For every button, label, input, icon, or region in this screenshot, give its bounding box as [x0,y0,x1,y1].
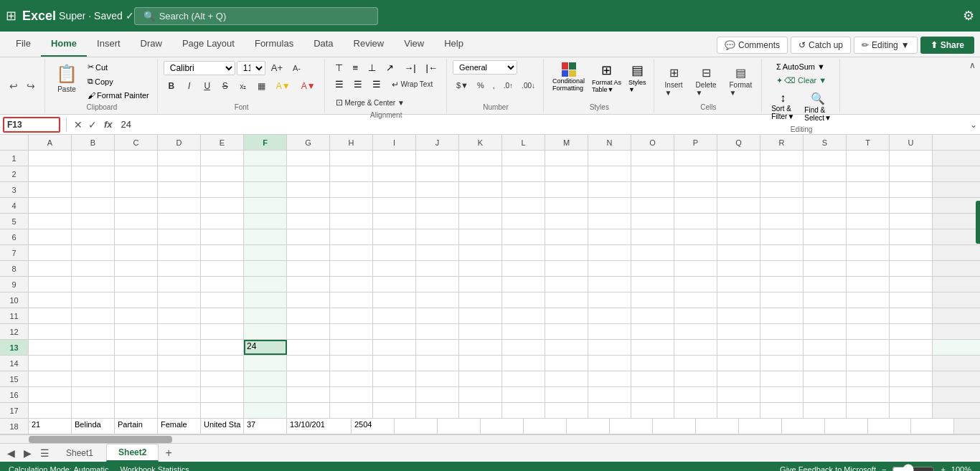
cell-c2[interactable] [115,166,158,181]
cell-a1[interactable] [29,151,72,166]
redo-button[interactable]: ↪ [23,78,39,94]
tab-draw[interactable]: Draw [131,32,172,57]
tab-insert[interactable]: Insert [87,32,131,57]
formula-confirm-button[interactable]: ✓ [87,118,98,132]
cell-b1[interactable] [72,151,115,166]
cell-e2[interactable] [201,166,244,181]
subscript-button[interactable]: x₂ [235,80,251,92]
sort-filter-button[interactable]: ↕ Sort &Filter▼ [768,90,798,124]
font-name-select[interactable]: Calibri Arial Times New Roman [164,61,235,75]
cell-k2[interactable] [459,166,502,181]
tab-nav-menu[interactable]: ☰ [36,444,54,462]
insert-button[interactable]: ⊞ Insert▼ [660,63,688,100]
format-painter-button[interactable]: 🖌 Format Painter [84,89,153,102]
delete-button[interactable]: ⊟ Delete▼ [691,63,722,100]
col-header-o[interactable]: O [631,135,674,150]
undo-button[interactable]: ↩ [6,78,22,94]
editing-button[interactable]: ✏ Editing ▼ [854,37,918,54]
sheet-tab-sheet1[interactable]: Sheet1 [54,444,105,461]
col-header-e[interactable]: E [201,135,244,150]
col-header-q[interactable]: Q [717,135,760,150]
row-num-11[interactable]: 11 [0,308,29,323]
bold-button[interactable]: B [164,79,179,93]
row-num-4[interactable]: 4 [0,198,29,213]
cell-f2[interactable] [244,166,287,181]
cell-f18[interactable]: 37 [244,419,287,434]
number-format-select[interactable]: General Number Currency Accounting Date … [453,60,517,75]
cell-a2[interactable] [29,166,72,181]
row-num-17[interactable]: 17 [0,403,29,418]
tab-formulas[interactable]: Formulas [245,32,303,57]
cell-i2[interactable] [373,166,416,181]
horiz-scroll-thumb[interactable] [29,436,172,443]
decrease-decimal-button[interactable]: .00↓ [518,80,539,92]
comments-button[interactable]: 💬 Comments [717,37,788,54]
conditional-formatting-button[interactable]: ConditionalFormatting [550,60,588,95]
cell-j1[interactable] [416,151,459,166]
cell-h1[interactable] [330,151,373,166]
cell-g2[interactable] [287,166,330,181]
app-grid-icon[interactable]: ⊞ [6,8,17,24]
cell-t2[interactable] [847,166,890,181]
col-header-a[interactable]: A [29,135,72,150]
cell-c1[interactable] [115,151,158,166]
comma-button[interactable]: , [489,79,499,92]
formula-cancel-button[interactable]: ✕ [72,118,84,132]
cell-d1[interactable] [158,151,201,166]
row-num-3[interactable]: 3 [0,182,29,197]
format-button[interactable]: ▤ Format▼ [725,63,758,100]
cell-h2[interactable] [330,166,373,181]
align-bottom-button[interactable]: ⊥ [364,60,380,75]
cell-q1[interactable] [717,151,760,166]
col-header-k[interactable]: K [459,135,502,150]
tab-help[interactable]: Help [434,32,473,57]
col-header-u[interactable]: U [890,135,933,150]
cell-a18[interactable]: 21 [29,419,72,434]
cell-b2[interactable] [72,166,115,181]
row-num-7[interactable]: 7 [0,245,29,260]
cell-e18[interactable]: United Sta [201,419,244,434]
zoom-plus-button[interactable]: + [941,465,945,471]
col-header-f[interactable]: F [244,135,287,150]
cell-c18[interactable]: Partain [115,419,158,434]
cell-f1[interactable] [244,151,287,166]
cut-button[interactable]: ✂ Cut [84,60,153,74]
cell-r2[interactable] [760,166,804,181]
tab-nav-prev[interactable]: ◀ [3,444,19,462]
cell-n1[interactable] [588,151,631,166]
col-header-c[interactable]: C [115,135,158,150]
cell-s2[interactable] [804,166,847,181]
col-header-j[interactable]: J [416,135,459,150]
format-as-table-button[interactable]: ⊞ Format AsTable▼ [589,60,624,95]
tab-view[interactable]: View [394,32,434,57]
indent-increase-button[interactable]: →| [400,60,420,75]
formula-input[interactable] [118,118,967,131]
cell-m1[interactable] [545,151,588,166]
cell-d2[interactable] [158,166,201,181]
col-header-l[interactable]: L [502,135,545,150]
horizontal-scrollbar[interactable] [0,434,980,443]
cell-d18[interactable]: Female [158,419,201,434]
tab-data[interactable]: Data [303,32,343,57]
col-header-h[interactable]: H [330,135,373,150]
col-header-i[interactable]: I [373,135,416,150]
tab-nav-next[interactable]: ▶ [19,444,36,462]
underline-button[interactable]: U [199,79,215,93]
align-middle-button[interactable]: ≡ [349,60,363,75]
col-header-p[interactable]: P [674,135,717,150]
indent-decrease-button[interactable]: |← [422,60,442,75]
align-top-button[interactable]: ⊤ [331,60,347,75]
cell-s1[interactable] [804,151,847,166]
text-direction-button[interactable]: ↗ [382,60,398,75]
workbook-stats[interactable]: Workbook Statistics [120,465,189,471]
share-button[interactable]: ⬆ Share [920,37,974,54]
cell-styles-button[interactable]: ▤ Styles▼ [626,60,649,95]
col-header-n[interactable]: N [588,135,631,150]
cell-n2[interactable] [588,166,631,181]
sheet-tab-sheet2[interactable]: Sheet2 [106,444,159,462]
row-num-6[interactable]: 6 [0,229,29,244]
zoom-slider[interactable] [892,464,935,471]
fill-color-button[interactable]: A▼ [272,79,295,93]
merge-center-button[interactable]: ⊡ Merge & Center ▼ [331,95,410,110]
tab-home[interactable]: Home [41,32,87,57]
